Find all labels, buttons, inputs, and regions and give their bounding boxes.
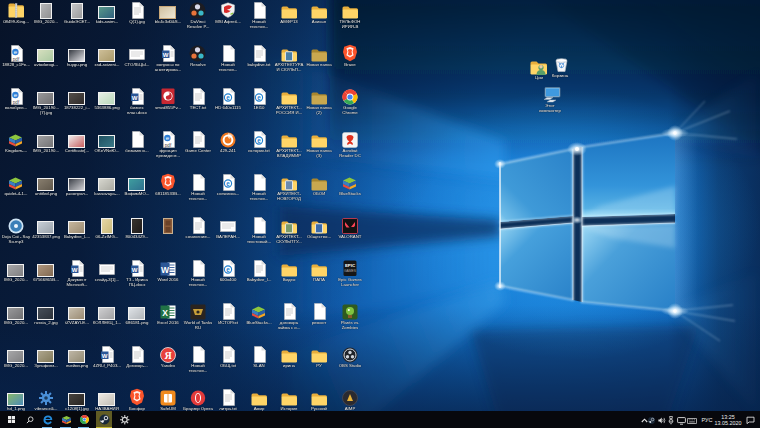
svg-text:EPIC: EPIC	[344, 263, 355, 268]
svg-text:e: e	[226, 94, 230, 101]
svg-text:e: e	[165, 134, 169, 141]
svg-text:W: W	[160, 265, 169, 275]
svg-text:W: W	[131, 267, 137, 273]
svg-text:e: e	[13, 48, 17, 55]
svg-text:W: W	[101, 353, 107, 359]
svg-text:pdf: pdf	[12, 100, 19, 105]
svg-text:W: W	[71, 267, 77, 273]
svg-text:Я: Я	[164, 350, 172, 361]
svg-text:e: e	[226, 180, 230, 187]
svg-text:e: e	[257, 137, 261, 144]
svg-text:X: X	[162, 308, 168, 318]
svg-text:W: W	[162, 52, 168, 58]
svg-text:GAMES: GAMES	[343, 269, 356, 273]
svg-text:e: e	[226, 266, 230, 273]
svg-text:e: e	[13, 91, 17, 98]
svg-text:W: W	[131, 95, 137, 101]
svg-text:pdf: pdf	[164, 143, 171, 148]
svg-text:pdf: pdf	[12, 57, 19, 62]
svg-text:e: e	[257, 94, 261, 101]
